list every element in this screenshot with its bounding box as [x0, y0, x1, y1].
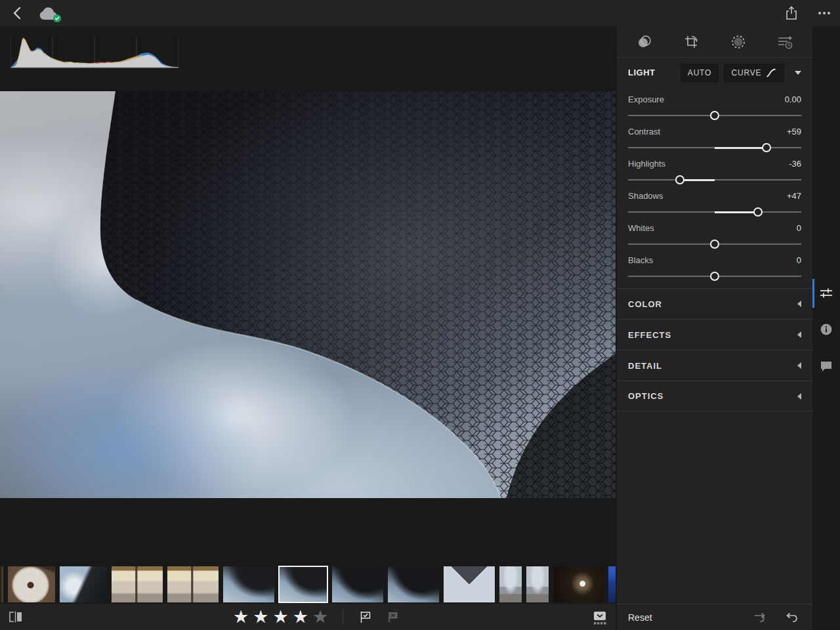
thumbnail[interactable]	[388, 566, 439, 602]
cloud-sync-button[interactable]	[38, 5, 59, 21]
slider-shadows[interactable]: Shadows+47	[628, 185, 801, 217]
section-effects[interactable]: EFFECTS	[617, 319, 812, 350]
thumbnail[interactable]	[8, 566, 55, 602]
slider-knob[interactable]	[710, 240, 719, 249]
slider-knob[interactable]	[753, 207, 763, 217]
stars: ★★★★★	[233, 604, 328, 630]
histogram[interactable]	[10, 36, 178, 68]
redo-button[interactable]	[750, 608, 768, 627]
slider-knob[interactable]	[710, 272, 719, 281]
active-tab-indicator	[812, 279, 814, 308]
redo-icon	[752, 612, 766, 623]
presets-button[interactable]	[635, 33, 654, 51]
slider-fill	[715, 211, 758, 213]
expand-section-chevron-icon	[797, 393, 801, 400]
before-after-icon	[9, 611, 23, 623]
crop-icon	[683, 34, 699, 50]
edit-sliders-icon	[819, 287, 833, 300]
before-after-button[interactable]	[7, 608, 25, 626]
undo-icon	[785, 612, 799, 623]
share-button[interactable]	[782, 4, 801, 22]
share-icon	[786, 6, 797, 20]
synced-badge-icon	[53, 14, 61, 22]
info-tab[interactable]	[812, 314, 840, 345]
thumbnail[interactable]	[499, 566, 522, 602]
undo-button[interactable]	[783, 608, 801, 627]
slider-track[interactable]	[628, 179, 801, 180]
more-icon	[818, 11, 831, 15]
stage: ★★★★★	[0, 26, 616, 630]
top-bar	[0, 0, 840, 26]
thumbnail[interactable]	[112, 566, 163, 602]
thumbnail[interactable]	[444, 566, 495, 602]
slider-exposure[interactable]: Exposure0.00	[628, 89, 801, 121]
reset-button[interactable]: Reset	[628, 612, 750, 623]
slider-value: -36	[789, 159, 801, 169]
thumbnail[interactable]	[553, 566, 604, 602]
curve-button[interactable]: CURVE	[724, 64, 784, 82]
star-3-filled[interactable]: ★	[272, 604, 288, 630]
slider-value: +59	[787, 127, 801, 136]
slider-contrast[interactable]: Contrast+59	[628, 121, 801, 153]
slider-value: 0	[797, 255, 801, 265]
section-detail[interactable]: DETAIL	[617, 350, 812, 381]
slider-knob[interactable]	[762, 143, 771, 152]
section-label: OPTICS	[628, 391, 663, 401]
thumbnail[interactable]	[167, 566, 219, 602]
section-label: COLOR	[628, 299, 662, 309]
right-rail	[812, 26, 840, 630]
light-header: LIGHT AUTO CURVE	[617, 58, 812, 87]
slider-whites[interactable]: Whites0	[628, 217, 801, 249]
thumbnail-selected[interactable]	[279, 566, 327, 602]
slider-label: Shadows	[628, 191, 663, 201]
auto-button[interactable]: AUTO	[681, 64, 719, 82]
slider-knob[interactable]	[710, 111, 719, 120]
selective-edit-button[interactable]	[729, 33, 747, 51]
pick-flag-button[interactable]	[356, 608, 375, 626]
flag-group	[356, 608, 402, 626]
thumbnail[interactable]	[526, 566, 549, 602]
curve-icon	[766, 68, 776, 77]
edit-tab[interactable]	[812, 278, 840, 309]
more-button[interactable]	[815, 4, 833, 22]
light-section-label: LIGHT	[628, 68, 675, 77]
star-5-empty[interactable]: ★	[312, 604, 328, 630]
star-2-filled[interactable]: ★	[253, 604, 268, 630]
slider-knob[interactable]	[675, 175, 684, 184]
section-color[interactable]: COLOR	[617, 288, 812, 319]
slider-label: Blacks	[628, 255, 653, 265]
thumbnail[interactable]	[332, 566, 383, 602]
bottom-toolbar: ★★★★★	[0, 604, 616, 630]
collapse-light-chevron-icon[interactable]	[795, 71, 801, 75]
lightroom-app: ★★★★★	[0, 0, 840, 630]
thumbnail[interactable]	[60, 566, 107, 602]
section-optics[interactable]: OPTICS	[617, 381, 812, 411]
comments-tab[interactable]	[812, 350, 840, 382]
back-icon	[14, 8, 20, 18]
section-label: DETAIL	[628, 361, 662, 371]
slider-blacks[interactable]: Blacks0	[628, 249, 801, 282]
tools-row	[617, 26, 812, 58]
star-4-filled[interactable]: ★	[293, 604, 308, 630]
slider-label: Contrast	[628, 127, 660, 136]
expand-section-chevron-icon	[797, 331, 801, 338]
thumbnail[interactable]	[608, 566, 616, 602]
star-1-filled[interactable]: ★	[233, 604, 249, 630]
reject-flag-button[interactable]	[384, 608, 402, 626]
reject-flag-icon	[387, 611, 399, 623]
hide-filmstrip-icon	[591, 610, 608, 626]
slider-value: +47	[787, 191, 801, 201]
crop-button[interactable]	[682, 33, 700, 51]
expand-section-chevron-icon	[797, 301, 801, 307]
filmstrip	[0, 565, 616, 604]
thumbnail[interactable]	[223, 566, 274, 602]
hide-filmstrip-button[interactable]	[591, 609, 609, 627]
back-button[interactable]	[8, 4, 26, 22]
info-icon	[820, 323, 833, 336]
pick-flag-icon	[359, 610, 372, 623]
slider-highlights[interactable]: Highlights-36	[628, 153, 801, 185]
photo-canvas[interactable]	[0, 91, 616, 498]
thumbnail[interactable]	[0, 566, 3, 602]
selective-edit-icon	[730, 34, 746, 50]
versions-button[interactable]	[776, 33, 794, 51]
